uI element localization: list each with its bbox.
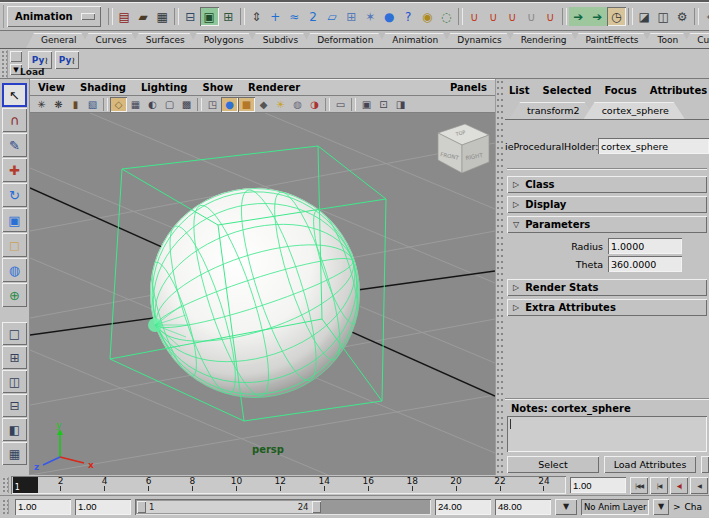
lock-selection-icon[interactable]: ◉ (418, 7, 437, 26)
scale-tool[interactable]: ▣ (2, 208, 27, 232)
current-frame-indicator[interactable]: 1 (13, 477, 38, 493)
select-component-icon[interactable]: ⊞ (219, 7, 238, 26)
construction-history-icon[interactable]: ◷ (607, 7, 626, 26)
soft-mod-tool[interactable]: ◍ (2, 258, 27, 282)
bookmark-icon[interactable]: ▮ (67, 97, 84, 112)
select-button[interactable]: Select (507, 456, 599, 473)
material-icon[interactable]: ◆ (255, 97, 272, 112)
timeslider-grip[interactable] (2, 477, 9, 493)
shelf-tab-custom[interactable]: Custom (682, 33, 709, 48)
separator-handle[interactable] (108, 8, 113, 25)
snap-to-curves-icon[interactable]: ∪ (484, 7, 503, 26)
select-rendering-mask-icon[interactable]: ● (380, 7, 399, 26)
attributes-menu[interactable]: Attributes (650, 85, 707, 96)
select-curves-mask-icon[interactable]: ≈ (285, 7, 304, 26)
make-live-icon[interactable]: ∪ (541, 7, 560, 26)
separator-handle[interactable] (694, 8, 699, 25)
ipr-render-icon[interactable]: ◫ (654, 7, 673, 26)
view-menu[interactable]: View (38, 82, 65, 93)
step-back-frame-button[interactable]: |◀ (650, 477, 668, 494)
shelf-tab-surfaces[interactable]: Surfaces (131, 33, 198, 48)
ae-tab-cortex-sphere[interactable]: cortex_sphere (584, 102, 685, 119)
side-by-side-layout-button[interactable]: ◫ (2, 370, 27, 393)
open-scene-icon[interactable]: ▰ (134, 7, 153, 26)
snap-to-planes-icon[interactable]: ∪ (522, 7, 541, 26)
use-all-lights-icon[interactable]: ◳ (204, 97, 221, 112)
three-pane-layout-button[interactable]: ◧ (2, 418, 27, 441)
save-scene-icon[interactable]: ▦ (153, 7, 172, 26)
shelf-tab-painteffects[interactable]: PaintEffects (571, 33, 652, 48)
animation-end-field[interactable] (495, 499, 551, 515)
textured-mode-icon[interactable]: ▩ (178, 97, 195, 112)
shading-menu[interactable]: Shading (80, 82, 126, 93)
animation-start-field[interactable] (15, 499, 71, 515)
custom-layout-button[interactable]: ▦ (2, 442, 27, 465)
section-extra-attributes[interactable]: ▷ Extra Attributes (507, 299, 707, 316)
focus-menu[interactable]: Focus (604, 85, 636, 96)
four-pane-layout-button[interactable]: ⊞ (2, 346, 27, 369)
separator-handle[interactable] (325, 98, 330, 111)
panels-menu[interactable]: Panels (450, 82, 487, 93)
shelf-tab-curves[interactable]: Curves (80, 33, 139, 48)
show-menu[interactable]: Show (203, 82, 233, 93)
go-to-start-button[interactable]: |◀◀ (630, 477, 648, 494)
section-parameters[interactable]: ▽ Parameters (507, 216, 707, 233)
menu-set-dropdown[interactable]: Animation (7, 6, 101, 27)
select-camera-icon[interactable]: ✳ (33, 97, 50, 112)
selected-menu[interactable]: Selected (543, 85, 592, 96)
node-name-field[interactable] (598, 138, 709, 154)
section-display[interactable]: ▷ Display (507, 196, 707, 213)
highlight-selection-icon[interactable]: ◌ (437, 7, 456, 26)
separator-handle[interactable] (458, 8, 463, 25)
character-set-menu-partial[interactable]: Cha (685, 502, 703, 512)
separator-handle[interactable] (174, 8, 179, 25)
isolate-select-icon[interactable]: ▭ (332, 97, 349, 112)
anim-layer-dropdown-arrow[interactable]: ▼ (653, 499, 669, 515)
camera-attributes-icon[interactable]: ❋ (50, 97, 67, 112)
flat-shade-icon[interactable]: ◐ (144, 97, 161, 112)
shelf-tab-deformation[interactable]: Deformation (302, 33, 386, 48)
lasso-select-tool[interactable]: ∩ (2, 108, 27, 132)
select-hierarchy-icon[interactable]: ⊟ (181, 7, 200, 26)
paint-select-tool[interactable]: ✎ (2, 133, 27, 157)
render-current-frame-icon[interactable]: ◪ (635, 7, 654, 26)
lighting-menu[interactable]: Lighting (141, 82, 188, 93)
snap-to-grids-icon[interactable]: ∪ (465, 7, 484, 26)
snap-mode-dropdown-icon[interactable]: ⇕ (247, 7, 266, 26)
light-icon[interactable]: ☀ (272, 97, 289, 112)
shelf-tab-menu-button[interactable] (10, 51, 22, 62)
shaded-sphere-icon[interactable]: ● (221, 97, 238, 112)
textured-cube-icon[interactable]: ■ (238, 97, 255, 112)
xray-icon[interactable]: ◍ (289, 97, 306, 112)
ae-tab-transform2[interactable]: transform2 (509, 102, 596, 119)
stacked-layout-button[interactable]: ⊟ (2, 394, 27, 417)
radius-field[interactable] (608, 238, 682, 254)
select-deformations-mask-icon[interactable]: ⊞ (342, 7, 361, 26)
load-attributes-button[interactable]: Load Attributes (604, 456, 696, 473)
panel-resize-grip[interactable] (495, 79, 503, 475)
step-back-key-button[interactable]: ◀| (670, 477, 688, 494)
select-object-icon[interactable]: ▣ (200, 7, 219, 26)
shelf-tab-rendering[interactable]: Rendering (506, 33, 580, 48)
notes-textarea[interactable] (507, 416, 707, 452)
shelf-tab-polygons[interactable]: Polygons (189, 33, 257, 48)
move-tool[interactable]: ✚ (2, 158, 27, 182)
rotate-tool[interactable]: ↻ (2, 183, 27, 207)
select-misc-mask-icon[interactable]: ✶ (361, 7, 380, 26)
universal-manipulator-tool[interactable]: ◻ (2, 233, 27, 257)
resolution-gate-icon[interactable]: ▣ (358, 97, 375, 112)
section-class[interactable]: ▷ Class (507, 176, 707, 193)
shelf-grip[interactable] (1, 50, 8, 78)
range-slider-track[interactable]: 1 24 (135, 499, 431, 515)
image-plane-icon[interactable]: ▧ (84, 97, 101, 112)
help-icon[interactable]: ? (399, 7, 418, 26)
input-connections-icon[interactable]: ➔ (569, 7, 588, 26)
snap-to-points-icon[interactable]: ∪ (503, 7, 522, 26)
play-backwards-button[interactable]: ◀ (690, 477, 708, 494)
select-planes-mask-icon[interactable]: ▱ (323, 7, 342, 26)
render-settings-icon[interactable]: ⚙ (673, 7, 692, 26)
film-gate-icon[interactable]: ◨ (392, 97, 409, 112)
current-time-field[interactable] (570, 477, 626, 493)
gate-mask-icon[interactable]: ⊡ (375, 97, 392, 112)
bounding-box-icon[interactable]: ▢ (161, 97, 178, 112)
